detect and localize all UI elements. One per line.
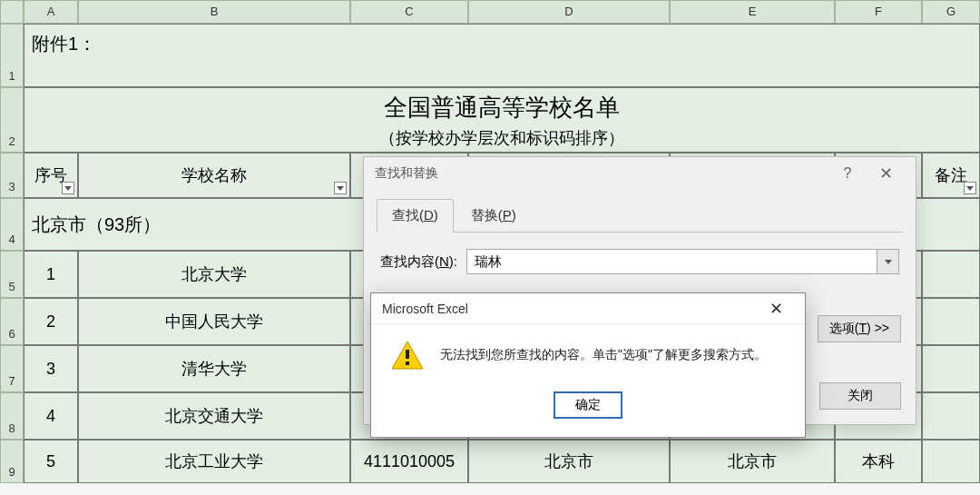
row-3[interactable]: 3: [0, 153, 24, 198]
row-9[interactable]: 9: [0, 440, 24, 483]
row-6[interactable]: 6: [0, 298, 24, 345]
svg-rect-2: [406, 361, 409, 365]
tab-find[interactable]: 查找(D): [377, 199, 454, 233]
title-cell[interactable]: 全国普通高等学校名单 （按学校办学层次和标识码排序）: [24, 87, 980, 153]
row-2[interactable]: 2: [0, 87, 24, 153]
cell-seq[interactable]: 5: [24, 440, 78, 483]
title-main: 全国普通高等学校名单: [384, 92, 620, 124]
col-A[interactable]: A: [24, 0, 78, 24]
row-4[interactable]: 4: [0, 198, 24, 251]
tab-find-label: 查找(D): [392, 207, 438, 223]
header-name[interactable]: 学校名称: [78, 153, 350, 198]
dialog-title: 查找和替换: [375, 165, 438, 182]
cell[interactable]: 北京市: [670, 440, 835, 483]
cell-name[interactable]: 北京工业大学: [78, 440, 350, 483]
svg-rect-1: [406, 350, 409, 359]
alert-message: 无法找到您所查找的内容。单击"选项"了解更多搜索方式。: [440, 347, 767, 363]
alert-title-text: Microsoft Excel: [382, 302, 468, 316]
cell-seq[interactable]: 1: [24, 251, 78, 298]
dropdown-icon[interactable]: [877, 249, 899, 274]
row-1[interactable]: 1: [0, 24, 24, 87]
cell-seq[interactable]: 3: [24, 345, 78, 392]
close-button[interactable]: 关闭: [819, 382, 901, 410]
cell[interactable]: [922, 251, 980, 298]
cell-code[interactable]: 4111010005: [350, 440, 468, 483]
alert-titlebar[interactable]: Microsoft Excel ✕: [371, 293, 805, 324]
attachment-text: 附件1：: [32, 32, 96, 56]
filter-icon[interactable]: [334, 182, 347, 194]
col-B[interactable]: B: [78, 0, 350, 24]
row-8[interactable]: 8: [0, 392, 24, 440]
cell[interactable]: [922, 298, 980, 345]
row-7[interactable]: 7: [0, 345, 24, 392]
row-5[interactable]: 5: [0, 251, 24, 298]
tabs: 查找(D) 替换(P): [364, 190, 916, 233]
attachment-cell[interactable]: 附件1：: [24, 24, 980, 87]
cell-name[interactable]: 北京大学: [78, 251, 350, 298]
dialog-titlebar[interactable]: 查找和替换 ? ✕: [364, 157, 916, 190]
header-remark[interactable]: 备注: [922, 153, 980, 198]
cell-name[interactable]: 中国人民大学: [78, 298, 350, 345]
header-seq[interactable]: 序号: [24, 153, 78, 198]
corner-cell[interactable]: [0, 0, 24, 24]
cell-name[interactable]: 北京交通大学: [78, 392, 350, 440]
find-combo: [466, 249, 899, 274]
header-name-label: 学校名称: [181, 164, 247, 186]
col-E[interactable]: E: [670, 0, 835, 24]
find-input[interactable]: [466, 249, 877, 274]
close-icon[interactable]: ✕: [867, 159, 905, 188]
cell[interactable]: 本科: [835, 440, 922, 483]
col-G[interactable]: G: [922, 0, 980, 24]
col-D[interactable]: D: [468, 0, 670, 24]
col-F[interactable]: F: [835, 0, 922, 24]
filter-icon[interactable]: [62, 182, 74, 194]
section-text: 北京市（93所）: [32, 213, 161, 237]
title-sub: （按学校办学层次和标识码排序）: [379, 127, 624, 149]
cell[interactable]: 北京市: [468, 440, 670, 483]
help-button[interactable]: ?: [828, 159, 867, 188]
options-button[interactable]: 选项(T) >>: [818, 315, 901, 342]
ok-button[interactable]: 确定: [554, 391, 622, 419]
cell-seq[interactable]: 2: [24, 298, 78, 345]
find-label: 查找内容(N):: [380, 253, 457, 271]
cell[interactable]: [922, 440, 980, 483]
cell[interactable]: [922, 345, 980, 392]
filter-icon[interactable]: [964, 182, 976, 194]
close-icon[interactable]: ✕: [758, 295, 794, 322]
find-row: 查找内容(N):: [364, 233, 916, 274]
warning-icon: [391, 341, 424, 370]
col-C[interactable]: C: [350, 0, 468, 24]
cell[interactable]: [922, 392, 980, 440]
alert-dialog: Microsoft Excel ✕ 无法找到您所查找的内容。单击"选项"了解更多…: [370, 292, 806, 438]
cell-seq[interactable]: 4: [24, 392, 78, 440]
cell-name[interactable]: 清华大学: [78, 345, 350, 392]
header-remark-label: 备注: [935, 164, 967, 186]
tab-replace[interactable]: 替换(P): [456, 199, 532, 233]
tab-replace-label: 替换(P): [471, 207, 516, 223]
